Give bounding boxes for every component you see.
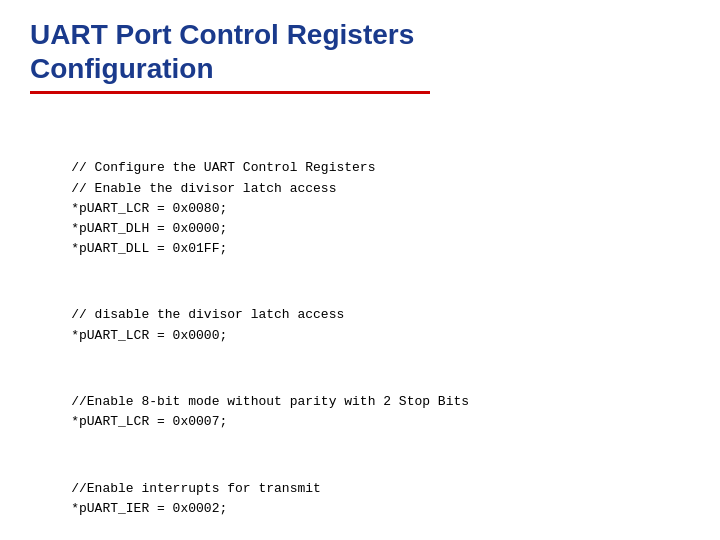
code-section-2: // disable the divisor latch access *pUA…: [40, 305, 680, 345]
red-divider: [30, 91, 430, 94]
title-line1: UART Port Control Registers: [30, 19, 414, 50]
code-section-1: // Configure the UART Control Registers …: [40, 158, 680, 259]
code-text-2: // disable the divisor latch access *pUA…: [40, 307, 344, 342]
code-text-1: // Configure the UART Control Registers …: [40, 160, 375, 256]
code-text-4: //Enable interrupts for transmit *pUART_…: [40, 481, 321, 516]
header: UART Port Control Registers Configuratio…: [0, 0, 720, 112]
code-section-4: //Enable interrupts for transmit *pUART_…: [40, 479, 680, 519]
code-block: // Configure the UART Control Registers …: [40, 118, 680, 540]
slide: UART Port Control Registers Configuratio…: [0, 0, 720, 540]
title-line2: Configuration: [30, 53, 214, 84]
slide-title: UART Port Control Registers Configuratio…: [30, 18, 690, 85]
code-section-3: //Enable 8-bit mode without parity with …: [40, 392, 680, 432]
code-text-3: //Enable 8-bit mode without parity with …: [40, 394, 469, 429]
content-area: // Configure the UART Control Registers …: [0, 112, 720, 540]
